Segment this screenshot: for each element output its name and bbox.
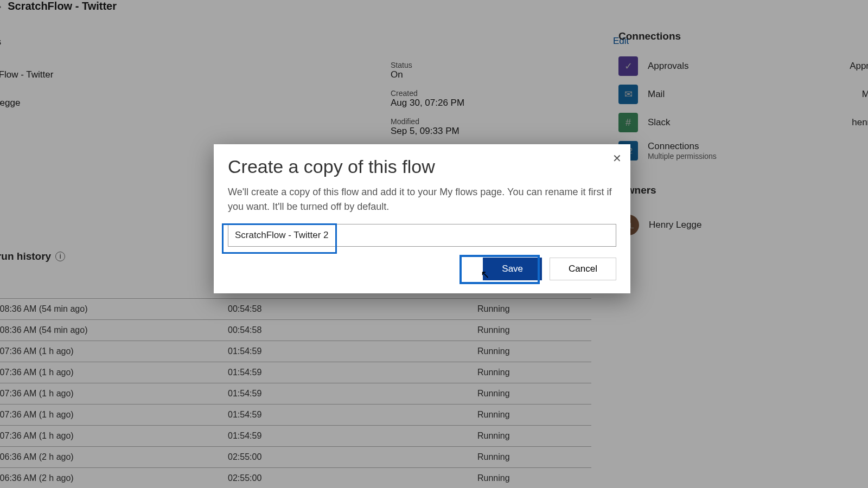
flow-name-input-wrap xyxy=(228,224,616,247)
copy-flow-modal: ✕ Create a copy of this flow We'll creat… xyxy=(214,144,630,293)
save-button[interactable]: Save xyxy=(483,258,542,280)
cancel-button[interactable]: Cancel xyxy=(550,258,616,280)
modal-title: Create a copy of this flow xyxy=(228,156,616,177)
flow-name-input[interactable] xyxy=(228,224,616,246)
close-icon[interactable]: ✕ xyxy=(612,152,622,165)
modal-description: We'll create a copy of this flow and add… xyxy=(228,185,616,214)
